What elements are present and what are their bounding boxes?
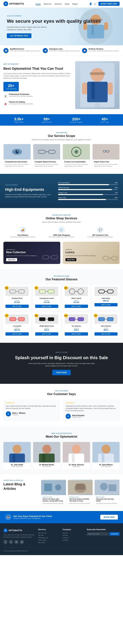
new-collection-btn[interactable]: Shop Now [6,258,17,261]
svg-rect-79 [9,454,25,462]
blog-excerpt-2: Lorem ipsum dolor sit amet consectetur. [96,502,118,504]
doctor-1: Dr. Michael Brown Eye Specialist [33,442,60,469]
best-features: 👨‍⚕️ Professional Technicians Lorem ipsu… [4,93,72,107]
footer-logo[interactable]: 👁 OPTOMATTA [4,528,35,532]
footer-services-title: Services [38,528,59,530]
add-to-cart-3[interactable]: ADD TO CART [94,303,118,306]
testimonials-grid: ★★★★★ Was so glad to get their happy! I … [4,399,120,421]
facebook-icon[interactable]: f [4,540,8,544]
footer-service-3[interactable]: Team Leader [38,539,59,541]
user-icon[interactable]: 👤 [89,2,92,5]
stars-0: ★★★★★ [6,402,58,404]
best-right [75,61,120,109]
svg-point-26 [76,151,77,153]
glasses-name-3: Giant Glass [94,298,118,299]
logo-text: OPTOMATTA [9,2,24,5]
doctor-photo-0 [4,442,31,462]
hero-cta-button[interactable]: LET OPTMATE TEST [7,33,32,38]
nav-home[interactable]: Home [36,3,40,5]
services-section: OUR SERVICES Our Service Scope Praesent … [0,126,123,174]
glasses-card-5: NEW Bright Black Frame $18.00 $40.0 ADD … [33,312,60,338]
blog-card-1[interactable]: February 8, 2022 Sport Eye Safety And Wh… [68,480,93,506]
book-visit-button[interactable]: BOOK FREE VISIT [98,2,120,6]
nav-pages[interactable]: Pages [72,3,78,5]
add-to-cart-5[interactable]: ADD TO CART [35,332,58,336]
svg-rect-68 [78,318,84,321]
svg-rect-84 [39,454,54,462]
new-collection-desc: Lorem ipsum dolor sit amet consectetur a… [6,255,37,256]
add-to-cart-1[interactable]: ADD TO CART [35,305,58,308]
linkedin-icon[interactable]: in [14,540,18,544]
prog-optical-bg [58,189,118,190]
new-collection-title: New Collection [6,251,37,254]
cta-book-button[interactable]: BOOK NOW [100,515,118,520]
footer-service-2[interactable]: Emergency Care [38,537,59,538]
progress-bars: Eye Examination 85% Optical Services 90% [58,182,118,200]
newsletter-email-field[interactable] [87,532,109,536]
nav-about[interactable]: About Us [44,3,52,5]
blog-card-0[interactable]: January 12, 2022 Henry's Pro Blue Light … [41,480,66,506]
youtube-icon[interactable]: yt [20,540,24,544]
cart-icon[interactable]: 🛒 [94,2,97,5]
feature-doctors: 🏥 Qualified Doctors Lorem ipsum consecte… [4,48,41,53]
luxury-btn[interactable]: Shop Now [66,258,76,261]
author-avatar-0: E [6,411,11,416]
add-to-cart-6[interactable]: ADD TO CART [65,332,88,336]
nav-shop[interactable]: Shop [65,3,69,5]
blog-card-2[interactable]: March 15, 2022 Glaucoma And Your Eye Hea… [94,480,120,506]
luxury-collection-card[interactable]: PREMIUM Luxory Lorem ipsum dolor sit ame… [63,242,120,264]
glasses-name-4: Young Red [6,325,29,327]
hero-tag: QUALITY EYEWEAR [7,15,51,17]
testimonials-tag: OUR CUSTOMERS [27,390,96,392]
online-shop-title: Online Shop Services [4,216,120,220]
service-title-2: Complete Optical Services [35,161,59,163]
blog-left: LATEST BLOG & ARTICLES Latest Blog & Art… [4,480,38,506]
add-to-cart-2[interactable]: ADD TO CART [65,305,88,308]
footer-company-0[interactable]: About Us [62,532,83,534]
footer-company-col: Company About Us Services Contact Us Our… [62,528,83,544]
shop-features: 🚚 Free Delivery Consectetur adipiscing c… [4,226,120,238]
testimonial-text-1: Optomatta was worth a fortune in itself.… [66,405,117,412]
footer-company-1[interactable]: Services [62,534,83,536]
add-to-cart-4[interactable]: ADD TO CART [6,332,29,336]
new-collection-card[interactable]: NEW ARRIVAL New Collection Lorem ipsum d… [4,242,60,264]
service-contact-lens: Contact Lens Examination Lorem ipsum dol… [63,144,90,169]
footer-logo-text: OPTOMATTA [8,529,22,532]
footer-company-list: About Us Services Contact Us Our Blog [62,532,83,541]
blog-right: January 12, 2022 Henry's Pro Blue Light … [41,480,120,506]
stat-doctors-label: Qualified Doctors [42,122,52,123]
doctor-role-1: Eye Specialist [33,466,60,467]
newsletter-subscribe-button[interactable]: Subscribe [109,532,120,536]
footer-company-2[interactable]: Contact Us [62,537,83,538]
shop-feature-delivery-desc: Consectetur adipiscing conduntut natoque… [10,236,36,238]
splash-tag: SPECIAL OFFER [27,351,96,354]
footer-service-4[interactable]: Eye Health [38,542,59,543]
logo[interactable]: 👁 OPTOMATTA [4,1,24,6]
svg-point-17 [16,150,19,154]
stats-bar: 3.5k+ Happy Patients 99+ Qualified Docto… [0,114,123,126]
glasses-old-price-7: $18.00 [94,328,118,329]
best-feature-1-desc: Lorem ipsum dolor sit amet consectetur. [9,95,33,97]
svg-point-96 [55,484,61,490]
shop-feature-shopping: 🛒 100% Safe Shopping Consectetur adipisc… [48,226,74,238]
testimonial-0: ★★★★★ Was so glad to get their happy! I … [4,399,60,421]
add-to-cart-7[interactable]: ADD TO CART [94,332,118,336]
nav-services[interactable]: Services [54,3,62,5]
footer-company-3[interactable]: Our Blog [62,539,83,541]
doctor-2: Dr. Sarah Johnson Optometrist [63,442,90,469]
footer-service-1[interactable]: Eye Care [38,534,59,536]
footer-service-0[interactable]: Eye Care Part [38,532,59,534]
splash-cta-button[interactable]: SHOP NOW [52,370,71,375]
prog-eye-exam-label: Eye Examination 85% [58,182,118,184]
svg-rect-73 [107,318,113,321]
featured-glasses-section: FEATURED GLASSES Our Featured Glasses NE… [0,269,123,343]
add-to-cart-0[interactable]: ADD TO CART [6,305,29,308]
stars-1: ★★★★★ [66,402,117,404]
online-shop-header: ONLINE SHOP SERVICES Online Shop Service… [4,214,120,223]
services-title: Our Service Scope [4,134,120,138]
splash-section: SPECIAL OFFER Splash yourself in Big Dis… [0,343,123,384]
optometrist-tag: MEET OUR OPTOMETRISTS [27,432,96,434]
feature-hours-desc: Lorem ipsum consectetur adipiscing elit … [88,50,119,52]
twitter-icon[interactable]: t [9,540,13,544]
glasses-img-1 [35,287,58,296]
